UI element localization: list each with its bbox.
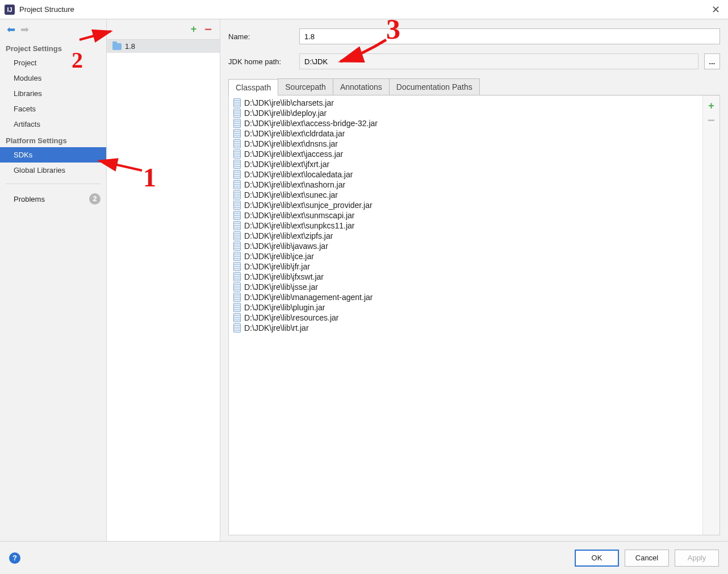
tab-documentation-paths[interactable]: Documentation Paths — [389, 78, 480, 95]
jar-icon — [233, 242, 241, 251]
classpath-item-path: D:\JDK\jre\lib\jce.jar — [244, 252, 314, 261]
jar-icon — [233, 180, 241, 189]
settings-sidebar: ⬅ ➡ Project Settings ProjectModulesLibra… — [0, 19, 107, 541]
jar-icon — [233, 303, 241, 312]
classpath-item[interactable]: D:\JDK\jre\lib\deploy.jar — [229, 108, 702, 118]
sidebar-item-modules[interactable]: Modules — [0, 70, 106, 86]
sdk-details-panel: Name: JDK home path: ... ClasspathSource… — [220, 19, 728, 541]
ok-button[interactable]: OK — [575, 550, 619, 567]
tab-sourcepath[interactable]: Sourcepath — [278, 78, 333, 95]
classpath-item-path: D:\JDK\jre\lib\ext\zipfs.jar — [244, 231, 333, 240]
titlebar: IJ Project Structure ✕ — [0, 0, 728, 19]
add-classpath-icon[interactable]: + — [708, 100, 714, 112]
jar-icon — [233, 323, 241, 332]
classpath-item-path: D:\JDK\jre\lib\plugin.jar — [244, 303, 325, 312]
classpath-item-path: D:\JDK\jre\lib\jfr.jar — [244, 262, 310, 271]
classpath-item[interactable]: D:\JDK\jre\lib\ext\sunjce_provider.jar — [229, 200, 702, 210]
jar-icon — [233, 139, 241, 148]
classpath-item-path: D:\JDK\jre\lib\javaws.jar — [244, 242, 328, 251]
jar-icon — [233, 262, 241, 271]
classpath-item[interactable]: D:\JDK\jre\lib\management-agent.jar — [229, 292, 702, 302]
nav-forward-icon: ➡ — [19, 24, 30, 35]
classpath-item[interactable]: D:\JDK\jre\lib\ext\sunpkcs11.jar — [229, 221, 702, 231]
classpath-item-path: D:\JDK\jre\lib\ext\nashorn.jar — [244, 180, 345, 189]
sdk-list-column: + − 1.8 — [107, 19, 220, 541]
jar-icon — [233, 190, 241, 199]
classpath-item[interactable]: D:\JDK\jre\lib\ext\cldrdata.jar — [229, 128, 702, 139]
classpath-item[interactable]: D:\JDK\jre\lib\ext\zipfs.jar — [229, 231, 702, 241]
browse-button[interactable]: ... — [704, 53, 720, 69]
close-icon[interactable]: ✕ — [708, 3, 723, 16]
nav-back-icon[interactable]: ⬅ — [6, 24, 16, 35]
classpath-item[interactable]: D:\JDK\jre\lib\resources.jar — [229, 313, 702, 323]
classpath-item[interactable]: D:\JDK\jre\lib\ext\jaccess.jar — [229, 149, 702, 159]
classpath-item-path: D:\JDK\jre\lib\ext\sunmscapi.jar — [244, 211, 355, 220]
classpath-item[interactable]: D:\JDK\jre\lib\plugin.jar — [229, 302, 702, 313]
classpath-item[interactable]: D:\JDK\jre\lib\charsets.jar — [229, 98, 702, 108]
problems-badge: 2 — [89, 193, 101, 205]
folder-icon — [112, 43, 122, 50]
sdk-name-input[interactable] — [299, 28, 720, 44]
classpath-item[interactable]: D:\JDK\jre\lib\jfxswt.jar — [229, 272, 702, 282]
classpath-item-path: D:\JDK\jre\lib\jfxswt.jar — [244, 272, 324, 281]
sdk-entry[interactable]: 1.8 — [107, 40, 220, 53]
add-sdk-icon[interactable]: + — [191, 23, 197, 35]
classpath-item-path: D:\JDK\jre\lib\ext\access-bridge-32.jar — [244, 119, 378, 128]
classpath-item-path: D:\JDK\jre\lib\ext\localedata.jar — [244, 170, 353, 179]
classpath-item-path: D:\JDK\jre\lib\jsse.jar — [244, 282, 318, 292]
jar-icon — [233, 272, 241, 281]
sidebar-item-libraries[interactable]: Libraries — [0, 86, 106, 101]
classpath-item-path: D:\JDK\jre\lib\ext\jaccess.jar — [244, 149, 343, 159]
section-platform-settings: Platform Settings — [0, 132, 106, 147]
cancel-button[interactable]: Cancel — [625, 550, 669, 567]
sidebar-item-global-libraries[interactable]: Global Libraries — [0, 163, 106, 178]
classpath-item[interactable]: D:\JDK\jre\lib\rt.jar — [229, 323, 702, 333]
jar-icon — [233, 221, 241, 230]
jar-icon — [233, 170, 241, 179]
classpath-item-path: D:\JDK\jre\lib\ext\sunec.jar — [244, 190, 338, 199]
classpath-item[interactable]: D:\JDK\jre\lib\javaws.jar — [229, 241, 702, 251]
classpath-item[interactable]: D:\JDK\jre\lib\jsse.jar — [229, 282, 702, 292]
classpath-item[interactable]: D:\JDK\jre\lib\ext\localedata.jar — [229, 169, 702, 180]
classpath-item[interactable]: D:\JDK\jre\lib\ext\dnsns.jar — [229, 139, 702, 149]
remove-sdk-icon[interactable]: − — [204, 26, 212, 33]
jar-icon — [233, 149, 241, 159]
path-label: JDK home path: — [228, 57, 294, 66]
classpath-item[interactable]: D:\JDK\jre\lib\ext\sunec.jar — [229, 190, 702, 200]
classpath-item[interactable]: D:\JDK\jre\lib\jce.jar — [229, 251, 702, 261]
apply-button: Apply — [675, 550, 719, 567]
classpath-item-path: D:\JDK\jre\lib\management-agent.jar — [244, 293, 373, 302]
jar-icon — [233, 293, 241, 302]
classpath-item-path: D:\JDK\jre\lib\ext\dnsns.jar — [244, 139, 338, 148]
sidebar-separator — [6, 184, 101, 184]
jar-icon — [233, 211, 241, 220]
tab-annotations[interactable]: Annotations — [333, 78, 390, 95]
name-label: Name: — [228, 32, 294, 41]
sidebar-item-project[interactable]: Project — [0, 55, 106, 70]
classpath-item-path: D:\JDK\jre\lib\ext\cldrdata.jar — [244, 129, 345, 138]
classpath-item-path: D:\JDK\jre\lib\ext\sunpkcs11.jar — [244, 221, 355, 230]
tab-classpath[interactable]: Classpath — [228, 79, 278, 95]
jdk-home-input[interactable] — [299, 53, 698, 69]
classpath-item-path: D:\JDK\jre\lib\deploy.jar — [244, 109, 327, 118]
help-icon[interactable]: ? — [9, 552, 20, 564]
app-icon: IJ — [5, 5, 15, 15]
sidebar-item-problems[interactable]: Problems 2 — [0, 190, 106, 208]
classpath-item[interactable]: D:\JDK\jre\lib\ext\access-bridge-32.jar — [229, 118, 702, 128]
classpath-item-path: D:\JDK\jre\lib\ext\sunjce_provider.jar — [244, 201, 373, 210]
classpath-item[interactable]: D:\JDK\jre\lib\ext\sunmscapi.jar — [229, 210, 702, 221]
classpath-list[interactable]: D:\JDK\jre\lib\charsets.jarD:\JDK\jre\li… — [229, 95, 702, 535]
classpath-item-path: D:\JDK\jre\lib\charsets.jar — [244, 98, 334, 107]
sidebar-item-facets[interactable]: Facets — [0, 101, 106, 117]
classpath-item[interactable]: D:\JDK\jre\lib\ext\nashorn.jar — [229, 180, 702, 190]
sidebar-item-sdks[interactable]: SDKs — [0, 147, 106, 163]
jar-icon — [233, 231, 241, 240]
classpath-item[interactable]: D:\JDK\jre\lib\ext\jfxrt.jar — [229, 159, 702, 169]
classpath-item[interactable]: D:\JDK\jre\lib\jfr.jar — [229, 261, 702, 272]
jar-icon — [233, 119, 241, 128]
sidebar-item-artifacts[interactable]: Artifacts — [0, 117, 106, 132]
jar-icon — [233, 282, 241, 292]
jar-icon — [233, 98, 241, 107]
classpath-item-path: D:\JDK\jre\lib\ext\jfxrt.jar — [244, 160, 329, 169]
jar-icon — [233, 129, 241, 138]
